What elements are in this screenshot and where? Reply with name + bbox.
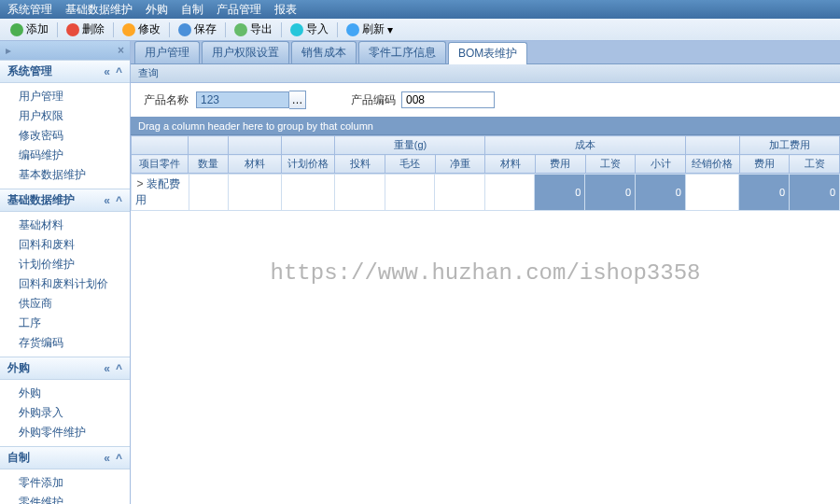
sidebar-item-1-2[interactable]: 计划价维护 — [0, 255, 130, 274]
grid-cell-0[interactable]: >装配费用 — [132, 175, 189, 211]
sidebar-group-0[interactable]: 系统管理«^ — [0, 60, 130, 83]
sidebar-item-0-2[interactable]: 修改密码 — [0, 126, 130, 146]
tab-2[interactable]: 销售成本 — [291, 41, 357, 63]
grid-column-6[interactable]: 净重 — [435, 155, 485, 174]
grid-column-9[interactable]: 工资 — [585, 155, 636, 174]
sidebar-group-1[interactable]: 基础数据维护«^ — [0, 189, 130, 212]
row-expander-icon[interactable]: > — [135, 177, 145, 190]
grid-cell-7[interactable] — [484, 175, 535, 211]
collapse-icon[interactable]: « — [104, 65, 110, 78]
sidebar-item-0-1[interactable]: 用户权限 — [0, 106, 130, 126]
sidebar-item-2-0[interactable]: 外购 — [0, 384, 130, 403]
grid-group-header-1[interactable] — [189, 136, 228, 155]
sidebar-close-icon[interactable]: × — [118, 44, 124, 57]
toolbar-separator — [113, 22, 114, 37]
toolbar-ref-button[interactable]: 刷新▾ — [342, 20, 398, 39]
grid-group-header-4[interactable]: 重量(g) — [335, 136, 485, 155]
grid-cell-11[interactable] — [685, 175, 738, 211]
grid-cell-2[interactable] — [228, 175, 281, 211]
sidebar-item-3-0[interactable]: 零件添加 — [0, 473, 130, 493]
grid-group-panel[interactable]: Drag a column header here to group by th… — [131, 118, 840, 135]
sidebar-item-1-0[interactable]: 基础材料 — [0, 216, 130, 235]
sidebar-item-2-2[interactable]: 外购零件维护 — [0, 423, 130, 442]
tab-1[interactable]: 用户权限设置 — [202, 41, 289, 63]
grid-cell-6[interactable] — [435, 175, 485, 211]
grid-cell-4[interactable] — [335, 175, 385, 211]
toolbar-label: 删除 — [82, 21, 105, 37]
grid-column-1[interactable]: 数量 — [189, 155, 228, 174]
menu-item-2[interactable]: 外购 — [146, 2, 168, 18]
grid-body[interactable]: >装配费用00000 — [131, 174, 840, 504]
collapse-icon[interactable]: « — [104, 194, 110, 207]
tab-4[interactable]: BOM表维护 — [448, 42, 527, 64]
sidebar-item-0-4[interactable]: 基本数据维护 — [0, 165, 130, 185]
toolbar-del-button[interactable]: 删除 — [62, 20, 109, 39]
product-name-lookup-button[interactable]: … — [289, 91, 306, 109]
tab-0[interactable]: 用户管理 — [134, 41, 200, 63]
grid-column-4[interactable]: 投料 — [335, 155, 385, 174]
sidebar-item-1-5[interactable]: 工序 — [0, 314, 130, 333]
toolbar-separator — [225, 22, 226, 37]
sidebar-item-3-1[interactable]: 零件维护 — [0, 493, 130, 504]
menu-item-0[interactable]: 系统管理 — [7, 2, 52, 18]
grid-column-12[interactable]: 费用 — [739, 155, 790, 174]
grid-column-2[interactable]: 材料 — [228, 155, 281, 174]
add-icon — [10, 23, 23, 36]
menu-item-1[interactable]: 基础数据维护 — [65, 2, 133, 18]
grid-cell-10[interactable]: 0 — [636, 175, 686, 211]
sidebar-group-2[interactable]: 外购«^ — [0, 357, 130, 380]
grid-group-header-6[interactable] — [686, 136, 739, 155]
grid-column-11[interactable]: 经销价格 — [686, 155, 739, 174]
grid-group-header-7[interactable]: 加工费用 — [739, 136, 839, 155]
sidebar-item-2-1[interactable]: 外购录入 — [0, 403, 130, 423]
sidebar-pin-icon[interactable]: ▸ — [6, 44, 11, 57]
sidebar-item-1-4[interactable]: 供应商 — [0, 294, 130, 314]
caret-up-icon[interactable]: ^ — [116, 452, 122, 465]
grid-cell-12[interactable]: 0 — [739, 175, 790, 211]
caret-up-icon[interactable]: ^ — [116, 65, 122, 78]
toolbar-edit-button[interactable]: 修改 — [118, 20, 165, 39]
grid-cell-13[interactable]: 0 — [790, 175, 840, 211]
grid-cell-5[interactable] — [385, 175, 435, 211]
grid-column-10[interactable]: 小计 — [636, 155, 686, 174]
toolbar-exp-button[interactable]: 导出 — [230, 20, 277, 39]
menu-item-5[interactable]: 报表 — [274, 2, 297, 18]
collapse-icon[interactable]: « — [104, 362, 110, 375]
table-row[interactable]: >装配费用00000 — [132, 175, 840, 211]
sidebar-item-1-3[interactable]: 回料和废料计划价 — [0, 274, 130, 294]
grid-cell-9[interactable]: 0 — [585, 175, 636, 211]
toolbar-imp-button[interactable]: 导入 — [286, 20, 333, 39]
tab-3[interactable]: 零件工序信息 — [358, 41, 446, 63]
grid-cell-3[interactable] — [282, 175, 335, 211]
grid-group-header-3[interactable] — [282, 136, 335, 155]
grid-column-3[interactable]: 计划价格 — [282, 155, 335, 174]
product-name-label: 产品名称 — [144, 92, 189, 108]
sidebar-item-1-6[interactable]: 存货编码 — [0, 333, 130, 353]
toolbar-save-button[interactable]: 保存 — [174, 20, 221, 39]
toolbar-separator — [169, 22, 170, 37]
sidebar-item-1-1[interactable]: 回料和废料 — [0, 235, 130, 255]
tab-content: 查询 产品名称 … 产品编码 Drag a column header here… — [131, 63, 840, 504]
grid-column-8[interactable]: 费用 — [536, 155, 586, 174]
product-code-input[interactable] — [401, 91, 495, 108]
grid-cell-8[interactable]: 0 — [535, 175, 585, 211]
sidebar-item-0-0[interactable]: 用户管理 — [0, 87, 130, 106]
grid-column-0[interactable]: 项目零件 — [132, 155, 189, 174]
sidebar-group-3[interactable]: 自制«^ — [0, 446, 130, 469]
menu-item-3[interactable]: 自制 — [181, 2, 203, 18]
caret-up-icon[interactable]: ^ — [116, 194, 122, 207]
grid-group-header-5[interactable]: 成本 — [485, 136, 686, 155]
grid-column-5[interactable]: 毛坯 — [385, 155, 436, 174]
grid-cell-1[interactable] — [189, 175, 228, 211]
grid-column-13[interactable]: 工资 — [790, 155, 840, 174]
sidebar-item-0-3[interactable]: 编码维护 — [0, 146, 130, 165]
caret-up-icon[interactable]: ^ — [116, 362, 122, 375]
collapse-icon[interactable]: « — [104, 452, 110, 465]
grid-group-header-2[interactable] — [228, 136, 281, 155]
grid-group-header-0[interactable] — [132, 136, 189, 155]
toolbar-separator — [281, 22, 282, 37]
toolbar-add-button[interactable]: 添加 — [6, 20, 53, 39]
product-name-input[interactable] — [196, 91, 289, 108]
menu-item-4[interactable]: 产品管理 — [217, 2, 261, 18]
grid-column-7[interactable]: 材料 — [485, 155, 536, 174]
